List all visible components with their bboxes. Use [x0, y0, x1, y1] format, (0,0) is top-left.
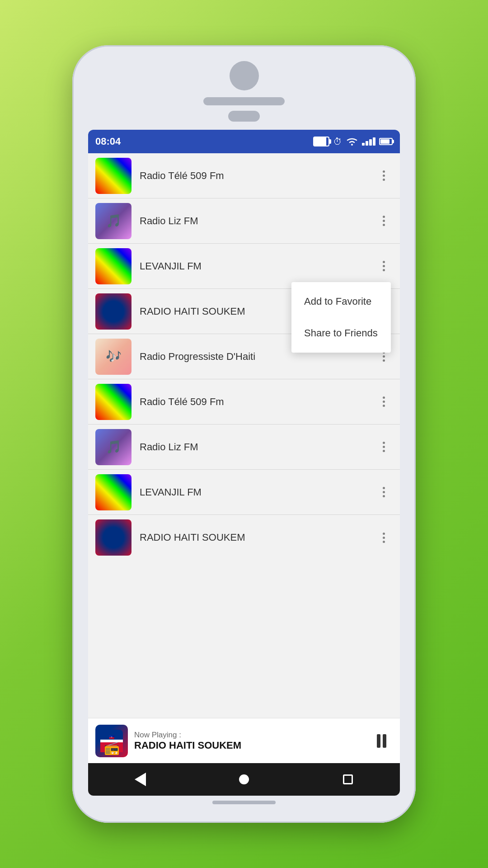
- now-playing-station: RADIO HAITI SOUKEM: [134, 740, 364, 751]
- svg-text:🇭🇹: 🇭🇹: [109, 734, 115, 740]
- pause-button[interactable]: [370, 730, 393, 752]
- phone-bottom: [81, 796, 407, 814]
- recent-apps-icon: [343, 774, 353, 784]
- status-time: 08:04: [95, 136, 121, 147]
- battery-level: [380, 139, 389, 144]
- phone-frame: 08:04 ⏱: [72, 45, 416, 823]
- add-to-favorite-option[interactable]: Add to Favorite: [291, 286, 391, 317]
- svg-rect-1: [100, 741, 123, 752]
- front-camera: [230, 61, 259, 90]
- context-menu: Add to Favorite Share to Friends: [291, 282, 391, 353]
- back-icon: [135, 773, 146, 786]
- home-icon: [239, 774, 249, 784]
- battery-fill: [314, 137, 326, 146]
- context-menu-overlay[interactable]: [88, 153, 400, 718]
- nav-recent-button[interactable]: [337, 768, 359, 791]
- now-playing-bar: 🇭🇹 Now Playing : RADIO HAITI SOUKEM: [88, 718, 400, 763]
- nav-home-button[interactable]: [233, 768, 255, 791]
- home-indicator: [212, 801, 276, 804]
- speaker: [203, 97, 285, 105]
- nav-back-button[interactable]: [129, 768, 151, 791]
- svg-rect-4: [105, 745, 118, 748]
- battery-alt-icon: [313, 137, 329, 146]
- battery-icon: [379, 138, 393, 145]
- svg-rect-2: [100, 740, 123, 742]
- phone-top-bar: [81, 54, 407, 130]
- wifi-icon: [346, 137, 358, 146]
- nav-bar: [88, 763, 400, 796]
- pause-icon: [377, 734, 386, 748]
- signal-icon: [362, 137, 375, 146]
- screen: 08:04 ⏱: [88, 130, 400, 796]
- status-icons: ⏱: [313, 137, 393, 147]
- content-area: Radio Télé 509 Fm 🎵 Radio Liz FM: [88, 153, 400, 718]
- sensor-bar: [228, 111, 260, 122]
- pause-bar-right: [383, 734, 386, 748]
- now-playing-label: Now Playing :: [134, 731, 364, 740]
- status-bar: 08:04 ⏱: [88, 130, 400, 153]
- now-playing-info: Now Playing : RADIO HAITI SOUKEM: [134, 731, 364, 751]
- now-playing-thumbnail: 🇭🇹: [95, 725, 128, 757]
- share-to-friends-option[interactable]: Share to Friends: [291, 317, 391, 349]
- pause-bar-left: [377, 734, 380, 748]
- clock-icon: ⏱: [333, 137, 342, 147]
